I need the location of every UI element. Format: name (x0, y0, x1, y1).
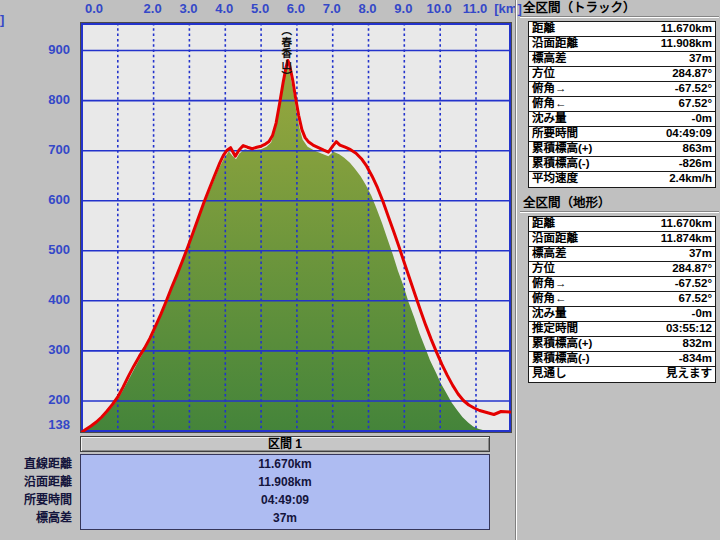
row-value: -826m (679, 157, 712, 171)
terrain-area (82, 67, 510, 432)
segment-summary-labels: 直線距離 沿面距離 所要時間 標高差 (0, 455, 75, 527)
row-value: -0m (692, 112, 712, 126)
row-label: 累積標高(+) (532, 337, 592, 351)
table-row: 所要時間04:49:09 (529, 127, 715, 142)
y-tick-label: 700 (48, 142, 70, 158)
y-axis: 900800700600500400300200138 (0, 22, 74, 433)
table-row: 累積標高(+)863m (529, 142, 715, 157)
x-axis: 0.02.03.04.05.06.07.08.09.010.011.0[km] (80, 0, 520, 18)
x-tick-label: 3.0 (179, 0, 197, 18)
y-tick-label: 500 (48, 242, 70, 258)
row-label: 沿面距離 (532, 232, 578, 246)
summary-label: 沿面距離 (0, 473, 75, 491)
row-value: 03:55:12 (666, 322, 712, 336)
elevation-chart (81, 23, 511, 432)
table-row: 見通し見えます (529, 367, 715, 382)
row-label: 俯角→ (532, 277, 567, 291)
table-row: 距離11.670km (529, 217, 715, 232)
row-value: 37m (689, 52, 712, 66)
y-tick-label: 900 (48, 42, 70, 58)
table-row: 沈み量-0m (529, 112, 715, 127)
row-value: 11.670km (661, 22, 712, 36)
section-title-terrain: 全区間（地形） (520, 196, 719, 212)
row-value: 11.874km (661, 232, 712, 246)
y-tick-label: 600 (48, 192, 70, 208)
row-label: 平均速度 (532, 172, 578, 187)
row-label: 沈み量 (532, 307, 567, 321)
stats-table-track: 距離11.670km沿面距離11.908km標高差37m方位284.87°俯角→… (528, 21, 716, 188)
row-value: 11.670km (661, 217, 712, 231)
row-value: 832m (683, 337, 712, 351)
row-label: 標高差 (532, 247, 567, 261)
table-row: 沈み量-0m (529, 307, 715, 322)
y-tick-label: 200 (48, 392, 70, 408)
table-row: 俯角→-67.52° (529, 82, 715, 97)
y-tick-label: 300 (48, 342, 70, 358)
summary-value: 04:49:09 (81, 491, 489, 509)
section-title-track: 全区間（トラック） (520, 1, 719, 17)
segment-header-label: 区間 1 (268, 437, 302, 451)
row-label: 標高差 (532, 52, 567, 66)
stats-table-terrain: 距離11.670km沿面距離11.874km標高差37m方位284.87°俯角→… (528, 216, 716, 383)
segment-summary-box: 11.670km 11.908km 04:49:09 37m (80, 454, 490, 530)
row-value: -0m (692, 307, 712, 321)
table-row: 沿面距離11.908km (529, 37, 715, 52)
x-tick-label: 2.0 (144, 0, 162, 18)
row-value: 見えます (666, 367, 712, 382)
row-label: 推定時間 (532, 322, 578, 336)
table-row: 俯角←67.52° (529, 292, 715, 307)
table-row: 累積標高(-)-826m (529, 157, 715, 172)
row-value: 11.908km (661, 37, 712, 51)
panel-divider (515, 0, 517, 540)
x-tick-label: 6.0 (287, 0, 305, 18)
plot-area[interactable]: （春香山） (80, 22, 512, 433)
row-value: 67.52° (679, 292, 712, 306)
row-value: 284.87° (672, 67, 712, 81)
row-value: -834m (679, 352, 712, 366)
row-label: 距離 (532, 22, 555, 36)
row-value: -67.52° (675, 82, 712, 96)
row-label: 累積標高(+) (532, 142, 592, 156)
x-tick-label: 4.0 (215, 0, 233, 18)
table-row: 距離11.670km (529, 22, 715, 37)
row-label: 俯角← (532, 97, 567, 111)
x-tick-label: 8.0 (358, 0, 376, 18)
table-row: 沿面距離11.874km (529, 232, 715, 247)
row-label: 見通し (532, 367, 567, 382)
x-tick-label: 5.0 (251, 0, 269, 18)
row-label: 距離 (532, 217, 555, 231)
segment-header: 区間 1 (80, 436, 490, 452)
summary-label: 標高差 (0, 509, 75, 527)
elevation-profile-window: ] 0.02.03.04.05.06.07.08.09.010.011.0[km… (0, 0, 720, 540)
row-label: 俯角→ (532, 82, 567, 96)
table-row: 方位284.87° (529, 262, 715, 277)
row-label: 所要時間 (532, 127, 578, 141)
row-label: 沈み量 (532, 112, 567, 126)
table-row: 標高差37m (529, 52, 715, 67)
x-tick-label: 7.0 (323, 0, 341, 18)
table-row: 俯角←67.52° (529, 97, 715, 112)
row-value: 04:49:09 (666, 127, 712, 141)
row-value: 2.4km/h (669, 172, 712, 187)
table-row: 累積標高(+)832m (529, 337, 715, 352)
row-label: 俯角← (532, 292, 567, 306)
row-label: 沿面距離 (532, 37, 578, 51)
row-label: 累積標高(-) (532, 157, 590, 171)
table-row: 方位284.87° (529, 67, 715, 82)
summary-label: 所要時間 (0, 491, 75, 509)
summary-value: 37m (81, 509, 489, 527)
y-tick-label: 400 (48, 292, 70, 308)
table-row: 俯角→-67.52° (529, 277, 715, 292)
row-value: -67.52° (675, 277, 712, 291)
y-tick-label: 138 (48, 417, 70, 433)
row-value: 284.87° (672, 262, 712, 276)
table-row: 平均速度2.4km/h (529, 172, 715, 187)
summary-value: 11.908km (81, 473, 489, 491)
x-tick-label: 9.0 (394, 0, 412, 18)
x-tick-label: 10.0 (427, 0, 452, 18)
row-value: 863m (683, 142, 712, 156)
row-label: 方位 (532, 262, 555, 276)
row-label: 方位 (532, 67, 555, 81)
table-row: 推定時間03:55:12 (529, 322, 715, 337)
row-value: 37m (689, 247, 712, 261)
